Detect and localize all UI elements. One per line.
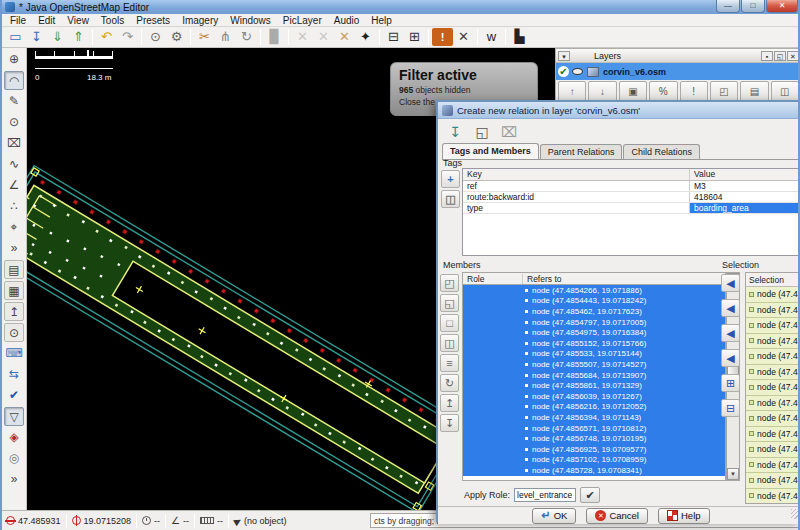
extrude-tool-icon[interactable]: ⌖	[4, 218, 24, 237]
menu-file[interactable]: File	[4, 14, 32, 27]
member-row[interactable]: node (47.4856748, 19.0710195)	[463, 433, 725, 444]
member-row[interactable]: node (47.4854266, 19.071886)	[463, 285, 725, 296]
unlink-selection-icon[interactable]: ⊟	[721, 399, 740, 417]
selection-row[interactable]: node (47.48	[746, 365, 800, 381]
stop-position-node[interactable]	[402, 397, 407, 402]
menu-help[interactable]: Help	[365, 14, 398, 27]
selection-row[interactable]: node (47.48	[746, 287, 800, 303]
move-member-up-icon[interactable]: ◰	[440, 274, 459, 292]
member-row[interactable]: node (47.485728, 19.0708341)	[463, 465, 725, 476]
member-row[interactable]: node (47.4854797, 19.0717005)	[463, 317, 725, 328]
member-row[interactable]: node (47.4854443, 19.0718242)	[463, 296, 725, 307]
stop-position-node[interactable]	[172, 259, 177, 264]
stop-position-node[interactable]	[419, 407, 424, 412]
wikipedia-icon[interactable]: w	[481, 28, 502, 46]
stop-position-node[interactable]	[155, 249, 160, 254]
stop-position-node[interactable]	[303, 338, 308, 343]
stop-position-node[interactable]	[270, 318, 275, 323]
search-toggle-icon[interactable]: ⊙	[4, 323, 24, 342]
hand-icon[interactable]: ✦	[355, 28, 376, 46]
selection-row[interactable]: node (47.48	[746, 303, 800, 319]
lasso-tool-icon[interactable]: ◠	[4, 71, 24, 90]
resize-grip[interactable]	[791, 509, 800, 519]
zoom-to-selection-icon[interactable]: ⊙	[145, 28, 166, 46]
selection-row[interactable]: node (47.48	[746, 473, 800, 489]
move-member-down-icon[interactable]: ◱	[440, 294, 459, 312]
cancel-button[interactable]: ✕Cancel	[586, 508, 648, 524]
delete-tag-icon[interactable]: ◫	[441, 190, 460, 208]
improve-accuracy-tool-icon[interactable]: ∿	[4, 155, 24, 174]
close-button[interactable]: ✕	[766, 0, 798, 13]
link-selection-icon[interactable]: ⊞	[721, 374, 740, 392]
layers-toggle-icon[interactable]: ▤	[4, 260, 24, 279]
add-selection-at-start-icon[interactable]: ◀	[721, 299, 740, 317]
selection-row[interactable]: node (47.48	[746, 334, 800, 350]
tab-parent-relations[interactable]: Parent Relations	[540, 144, 623, 159]
dock-panel-button[interactable]: ◱	[774, 51, 786, 61]
paste-members-bottom-icon[interactable]: ↧	[440, 414, 459, 432]
zoom-tool-icon[interactable]: ⊙	[4, 113, 24, 132]
hide-panel-button[interactable]: ✕	[787, 51, 799, 61]
duplicate-relation-icon[interactable]: ◱	[471, 123, 493, 142]
tag-key-cell[interactable]: type	[463, 203, 690, 213]
measurement-toggle-icon[interactable]: ◎	[4, 449, 24, 468]
commandline-toggle-icon[interactable]: ⌨	[4, 344, 24, 363]
tag-row[interactable]: route:backward:id418604	[463, 192, 800, 203]
member-row[interactable]: node (47.4855861, 19.071329)	[463, 380, 725, 391]
delete-tool-icon[interactable]: ⌧	[4, 134, 24, 153]
delete-relation-icon[interactable]: ⌧	[498, 123, 520, 142]
selection-row[interactable]: node (47.48	[746, 458, 800, 474]
tag-key-cell[interactable]: ref	[463, 181, 690, 191]
stop-position-node[interactable]	[320, 348, 325, 353]
member-row[interactable]: node (47.4856216, 19.0712052)	[463, 402, 725, 413]
minimize-button[interactable]: —	[716, 0, 740, 13]
parallel-way-tool-icon[interactable]: ∴	[4, 197, 24, 216]
add-selection-at-end-icon[interactable]: ◀	[721, 349, 740, 367]
stop-position-node[interactable]	[254, 308, 259, 313]
conflicts-toggle-icon[interactable]: ⇆	[4, 365, 24, 384]
tool-disabled-3-icon[interactable]: ✕	[334, 28, 355, 46]
bus-icon[interactable]: ⊞	[404, 28, 425, 46]
angle-tool-icon[interactable]: ∠	[4, 176, 24, 195]
paste-members-top-icon[interactable]: ↥	[440, 394, 459, 412]
placeholder-icon[interactable]: ▉	[264, 28, 285, 46]
remove-member-icon[interactable]: ◫	[440, 334, 459, 352]
selection-row[interactable]: node (47.48	[746, 380, 800, 396]
selection-row[interactable]: node (47.48	[746, 411, 800, 427]
warning-icon[interactable]: !	[432, 28, 453, 46]
sticky-panel-button[interactable]: ▪	[761, 51, 773, 61]
menu-imagery[interactable]: Imagery	[176, 14, 224, 27]
menu-tools[interactable]: Tools	[95, 14, 130, 27]
changesets-toggle-icon[interactable]: ◈	[4, 428, 24, 447]
tag-key-cell[interactable]: route:backward:id	[463, 192, 690, 202]
maximize-button[interactable]: □	[741, 0, 765, 13]
apply-changes-icon[interactable]: ↧	[444, 123, 466, 142]
member-row[interactable]: node (47.4854975, 19.0716384)	[463, 327, 725, 338]
save-icon[interactable]: ↧	[26, 28, 47, 46]
upload-icon[interactable]: ⇑	[68, 28, 89, 46]
tool-disabled-2-icon[interactable]: ✕	[313, 28, 334, 46]
selection-row[interactable]: node (47.48	[746, 318, 800, 334]
selection-row[interactable]: node (47.48	[746, 349, 800, 365]
stop-position-node[interactable]	[238, 299, 243, 304]
undo-icon[interactable]: ↶	[96, 28, 117, 46]
menu-audio[interactable]: Audio	[328, 14, 366, 27]
apply-role-input[interactable]	[514, 488, 576, 502]
member-row[interactable]: node (47.4856571, 19.0710812)	[463, 423, 725, 434]
tag-row[interactable]: refM3	[463, 181, 800, 192]
layer-active-check-icon[interactable]: ✔	[558, 66, 569, 77]
tool-disabled-1-icon[interactable]: ✕	[292, 28, 313, 46]
validator-toggle-icon[interactable]: ✔	[4, 386, 24, 405]
selection-row[interactable]: node (47.48	[746, 427, 800, 443]
member-row[interactable]: node (47.485533, 19.0715144)	[463, 349, 725, 360]
download-icon[interactable]: ⇓	[47, 28, 68, 46]
stop-position-node[interactable]	[122, 229, 127, 234]
tags-value-column-header[interactable]: Value	[690, 169, 800, 180]
car-icon[interactable]: ⊟	[383, 28, 404, 46]
tag-value-cell[interactable]: boarding_area	[690, 203, 800, 213]
stop-position-node[interactable]	[57, 190, 62, 195]
members-role-column-header[interactable]: Role	[463, 274, 523, 284]
members-refersto-column-header[interactable]: Refers to	[523, 274, 725, 284]
menu-windows[interactable]: Windows	[224, 14, 277, 27]
stop-position-node[interactable]	[221, 289, 226, 294]
